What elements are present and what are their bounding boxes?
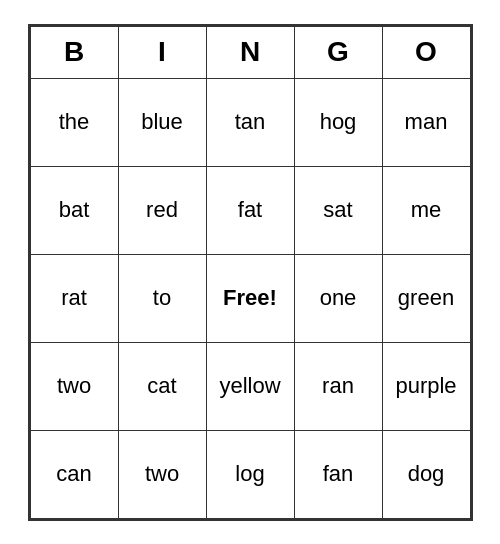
cell-r1-c0: bat bbox=[30, 166, 118, 254]
header-cell-b: B bbox=[30, 26, 118, 78]
bingo-table: BINGO thebluetanhogmanbatredfatsatmeratt… bbox=[30, 26, 471, 519]
table-row: batredfatsatme bbox=[30, 166, 470, 254]
header-cell-n: N bbox=[206, 26, 294, 78]
cell-r3-c1: cat bbox=[118, 342, 206, 430]
cell-r1-c3: sat bbox=[294, 166, 382, 254]
table-row: thebluetanhogman bbox=[30, 78, 470, 166]
cell-r1-c2: fat bbox=[206, 166, 294, 254]
cell-r4-c4: dog bbox=[382, 430, 470, 518]
header-cell-i: I bbox=[118, 26, 206, 78]
header-cell-g: G bbox=[294, 26, 382, 78]
table-row: cantwologfandog bbox=[30, 430, 470, 518]
cell-r4-c2: log bbox=[206, 430, 294, 518]
cell-r2-c2: Free! bbox=[206, 254, 294, 342]
cell-r3-c4: purple bbox=[382, 342, 470, 430]
cell-r4-c3: fan bbox=[294, 430, 382, 518]
cell-r0-c1: blue bbox=[118, 78, 206, 166]
header-row: BINGO bbox=[30, 26, 470, 78]
header-cell-o: O bbox=[382, 26, 470, 78]
cell-r0-c0: the bbox=[30, 78, 118, 166]
cell-r3-c2: yellow bbox=[206, 342, 294, 430]
cell-r2-c3: one bbox=[294, 254, 382, 342]
cell-r1-c4: me bbox=[382, 166, 470, 254]
cell-r0-c3: hog bbox=[294, 78, 382, 166]
cell-r4-c1: two bbox=[118, 430, 206, 518]
cell-r4-c0: can bbox=[30, 430, 118, 518]
cell-r2-c1: to bbox=[118, 254, 206, 342]
cell-r3-c3: ran bbox=[294, 342, 382, 430]
cell-r3-c0: two bbox=[30, 342, 118, 430]
cell-r0-c2: tan bbox=[206, 78, 294, 166]
table-row: rattoFree!onegreen bbox=[30, 254, 470, 342]
table-row: twocatyellowranpurple bbox=[30, 342, 470, 430]
cell-r1-c1: red bbox=[118, 166, 206, 254]
cell-r0-c4: man bbox=[382, 78, 470, 166]
cell-r2-c0: rat bbox=[30, 254, 118, 342]
cell-r2-c4: green bbox=[382, 254, 470, 342]
bingo-card: BINGO thebluetanhogmanbatredfatsatmeratt… bbox=[28, 24, 473, 521]
